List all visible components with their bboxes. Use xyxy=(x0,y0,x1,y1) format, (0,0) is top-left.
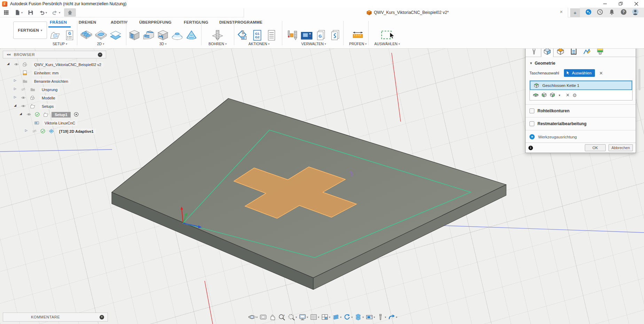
active-setup-radio-icon[interactable] xyxy=(74,112,79,117)
2d-pocket-button[interactable] xyxy=(94,28,108,43)
tree-label[interactable]: Modelle xyxy=(40,95,57,101)
visibility-eye-icon[interactable] xyxy=(14,62,19,67)
nc-program-button[interactable] xyxy=(63,28,77,43)
ribbon-group-auswaehlen[interactable]: AUSWÄHLEN▾ xyxy=(374,42,400,46)
viewports-button[interactable]: ▾ xyxy=(321,313,331,321)
machine-visibility-button[interactable]: ▾ xyxy=(365,313,375,321)
steep-shallow-button[interactable] xyxy=(156,28,170,43)
document-tab[interactable]: QWV_Kurs_ViktoriaCNC_Beispiel02 v2* ✕ xyxy=(244,8,568,17)
toolpath-visibility-button[interactable]: ▾ xyxy=(387,313,398,321)
save-button[interactable] xyxy=(26,8,35,17)
regenerate-button[interactable]: ▾ xyxy=(343,313,353,321)
clear-selection-icon[interactable]: ✕ xyxy=(599,71,603,76)
adaptive-clearing-button[interactable] xyxy=(127,28,141,43)
remove-chain-icon[interactable]: ✕ xyxy=(566,92,570,98)
comments-panel[interactable]: KOMMENTARE + xyxy=(3,313,108,322)
measure-button[interactable] xyxy=(351,28,365,43)
section-collapse-icon[interactable]: ▼ xyxy=(529,62,533,65)
spiral-button[interactable] xyxy=(184,28,198,43)
tab-fraesen[interactable]: FRÄSEN xyxy=(50,20,67,24)
redo-button[interactable]: ▾ xyxy=(51,8,61,17)
tree-label[interactable]: Setups xyxy=(40,104,56,109)
tree-row-origin[interactable]: ▷ Ursprung xyxy=(3,86,106,94)
collapse-panel-icon[interactable]: ◀◀ xyxy=(7,53,10,56)
tree-row-machine[interactable]: Viktoria LinuxCnC xyxy=(3,119,106,127)
look-at-button[interactable] xyxy=(259,313,267,321)
rest-machining-checkbox[interactable] xyxy=(529,121,534,126)
scrollbar[interactable] xyxy=(638,69,641,90)
tab-fertigung[interactable]: FERTIGUNG xyxy=(184,20,208,24)
info-icon[interactable]: i xyxy=(528,146,533,150)
simulate-button[interactable] xyxy=(236,28,250,43)
tool-orientation-row[interactable]: ✦ Werkzeugausrichtung xyxy=(529,134,632,139)
rest-machining-row[interactable]: Restmaterialbearbeitung xyxy=(529,121,632,126)
tree-label[interactable]: Viktoria LinuxCnC xyxy=(42,120,77,126)
tab-ueberpruefung[interactable]: ÜBERPRÜFUNG xyxy=(139,20,172,24)
chain-settings-gear-icon[interactable]: ⚙ xyxy=(572,92,577,98)
ribbon-group-bohren[interactable]: BOHREN▾ xyxy=(209,42,227,46)
geometry-section-header[interactable]: ▼ Geometrie xyxy=(529,61,632,66)
tab-additiv[interactable]: ADDITIV xyxy=(111,20,127,24)
tree-label[interactable]: [T19] 2D Adaptive1 xyxy=(57,129,96,134)
close-window-button[interactable] xyxy=(628,0,644,8)
display-settings-button[interactable]: ▾ xyxy=(298,313,308,321)
file-menu-button[interactable]: ▾ xyxy=(13,8,24,17)
tree-row-operation[interactable]: ▷ [T19] 2D Adaptive1 xyxy=(3,127,106,136)
chain-mode-top-icon[interactable] xyxy=(541,92,547,98)
post-library-button[interactable] xyxy=(314,28,328,43)
new-tab-button[interactable]: + xyxy=(570,8,580,17)
tree-label-selected[interactable]: Setup1 xyxy=(52,112,71,118)
notifications-icon[interactable] xyxy=(608,9,615,17)
chain-mode-side-icon[interactable] xyxy=(550,92,555,98)
stock-visibility-button[interactable]: ▾ xyxy=(354,313,364,321)
browser-header[interactable]: ◀◀ BROWSER − xyxy=(3,51,106,58)
expand-icon[interactable]: ◢ xyxy=(19,112,22,115)
ribbon-group-verwalten[interactable]: VERWALTEN▾ xyxy=(301,42,326,46)
collapse-icon[interactable]: ▷ xyxy=(14,95,16,99)
template-library-button[interactable] xyxy=(328,28,342,43)
new-setup-button[interactable] xyxy=(48,28,62,43)
tree-row-named-views[interactable]: ▷ Benannte Ansichten xyxy=(3,77,106,86)
post-process-button[interactable] xyxy=(250,28,264,43)
collapse-icon[interactable]: ▷ xyxy=(25,129,28,132)
ribbon-group-pruefen[interactable]: PRÜFEN▾ xyxy=(349,42,367,46)
extensions-icon[interactable] xyxy=(585,9,592,17)
ribbon-group-2d[interactable]: 2D▾ xyxy=(97,42,104,46)
chevron-down-icon[interactable]: ▾ xyxy=(559,94,560,97)
ribbon-group-3d[interactable]: 3D▾ xyxy=(159,42,166,46)
tree-row-root[interactable]: ◢ QWV_Kurs_ViktoriaCNC_Beispiel02 v2 xyxy=(3,60,106,69)
stock-contours-checkbox[interactable] xyxy=(529,108,534,113)
stock-contours-row[interactable]: Rohteilkonturen xyxy=(529,108,632,113)
tree-row-setups[interactable]: ◢ Setups xyxy=(3,102,106,111)
tab-drehen[interactable]: DREHEN xyxy=(79,20,96,24)
setup-sheet-button[interactable] xyxy=(265,28,278,43)
collapse-icon[interactable]: ▷ xyxy=(14,87,16,90)
pocket-clearing-button[interactable] xyxy=(142,28,156,43)
visibility-eye-icon[interactable] xyxy=(26,112,31,117)
cancel-button[interactable]: Abbrechen xyxy=(608,144,633,151)
ribbon-group-aktionen[interactable]: AKTIONEN▾ xyxy=(249,42,270,46)
visibility-eye-icon[interactable] xyxy=(21,104,26,108)
add-comment-icon[interactable]: + xyxy=(100,315,104,319)
visibility-off-icon[interactable] xyxy=(21,87,26,92)
chain-list-item[interactable]: Geschlossen Kette 1 xyxy=(530,81,632,90)
expand-icon[interactable]: ◢ xyxy=(7,62,9,65)
pan-button[interactable] xyxy=(268,313,277,321)
tool-library-button[interactable] xyxy=(285,28,299,43)
face-button[interactable] xyxy=(109,28,123,43)
visibility-eye-icon[interactable] xyxy=(21,95,26,100)
tree-label[interactable]: QWV_Kurs_ViktoriaCNC_Beispiel02 v2 xyxy=(32,62,103,67)
toolpath-passes-button[interactable]: ▾ xyxy=(332,313,342,321)
select-button[interactable]: Auswählen xyxy=(564,69,595,77)
avatar[interactable] xyxy=(632,8,639,17)
tree-label[interactable]: Benannte Ansichten xyxy=(32,79,70,84)
tree-row-models[interactable]: ▷ Modelle xyxy=(3,94,106,102)
tree-label[interactable]: Ursprung xyxy=(40,87,60,92)
workspace-selector-button[interactable]: FERTIGEN▾ xyxy=(13,22,47,39)
2d-adaptive-button[interactable] xyxy=(79,28,93,43)
tree-row-units[interactable]: Einheiten: mm xyxy=(3,69,106,77)
ok-button[interactable]: OK xyxy=(585,144,606,151)
minimize-panel-icon[interactable]: − xyxy=(98,52,102,57)
undo-button[interactable]: ▾ xyxy=(38,8,48,17)
zoom-window-button[interactable]: ▾ xyxy=(287,313,297,321)
